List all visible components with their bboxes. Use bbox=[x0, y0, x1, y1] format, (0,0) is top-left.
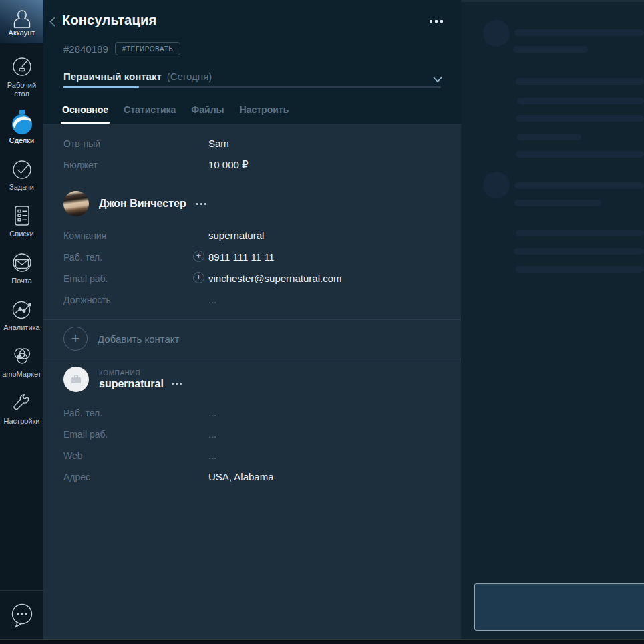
contact-name[interactable]: Джон Винчестер bbox=[99, 198, 186, 210]
deal-id: #2840189 bbox=[63, 43, 108, 55]
field-value[interactable]: ... bbox=[208, 294, 217, 305]
skeleton-line bbox=[513, 46, 588, 53]
field-value[interactable]: USA, Alabama bbox=[208, 471, 274, 482]
sidebar-item-dashboard[interactable]: Рабочий стол bbox=[0, 49, 43, 104]
sidebar-item-tasks[interactable]: Задачи bbox=[0, 151, 43, 198]
contact-menu-icon[interactable] bbox=[196, 203, 206, 205]
skeleton-line bbox=[517, 134, 581, 140]
skeleton-avatar bbox=[483, 20, 510, 47]
deal-menu-icon[interactable] bbox=[430, 20, 443, 23]
field-value[interactable]: ... bbox=[208, 407, 217, 418]
field-value[interactable]: ... bbox=[208, 450, 217, 461]
dashboard-icon bbox=[10, 54, 34, 79]
tag-button[interactable]: #ТЕГИРОВАТЬ bbox=[115, 42, 181, 55]
company-header[interactable]: КОМПАНИЯ supernatural bbox=[63, 367, 182, 392]
skeleton-line bbox=[516, 78, 644, 85]
sidebar-item-deals[interactable]: Сделки bbox=[0, 104, 43, 151]
chat-bubble-icon bbox=[9, 601, 35, 629]
add-contact-button[interactable]: + Добавить контакт bbox=[63, 327, 179, 351]
skeleton-line bbox=[516, 151, 644, 158]
sidebar-item-lists[interactable]: Списки bbox=[0, 198, 43, 245]
field-value[interactable]: Sam bbox=[208, 138, 229, 149]
support-chat-button[interactable] bbox=[0, 591, 43, 644]
field-value[interactable]: vinchester@supernatural.com bbox=[208, 273, 341, 284]
sidebar-nav: Рабочий стол Сделки Задачи bbox=[0, 49, 43, 432]
skeleton-line bbox=[514, 200, 601, 206]
sidebar: Аккаунт Рабочий стол Сделки bbox=[0, 0, 43, 644]
field-row[interactable]: Отв-ный Sam bbox=[63, 133, 461, 154]
field-label: Отв-ный bbox=[63, 138, 100, 149]
mail-icon bbox=[10, 250, 34, 275]
pipeline-stage-row[interactable]: Первичный контакт (Сегодня) bbox=[63, 71, 212, 82]
field-label: Раб. тел. bbox=[63, 408, 102, 418]
field-row[interactable]: Email раб. ... bbox=[63, 424, 461, 445]
skeleton-line bbox=[514, 248, 644, 255]
sidebar-item-analytics[interactable]: Аналитика bbox=[0, 291, 43, 338]
analytics-icon bbox=[10, 297, 34, 322]
briefcase-icon bbox=[71, 375, 82, 384]
field-label: Компания bbox=[63, 230, 106, 241]
tab-files[interactable]: Файлы bbox=[191, 102, 224, 123]
company-avatar[interactable] bbox=[63, 367, 89, 392]
back-icon[interactable] bbox=[49, 17, 55, 29]
field-row[interactable]: Email раб. + vinchester@supernatural.com bbox=[63, 268, 461, 289]
settings-icon bbox=[10, 390, 34, 416]
add-phone-icon[interactable]: + bbox=[193, 251, 204, 262]
field-value[interactable]: 8911 111 11 11 bbox=[208, 251, 275, 263]
field-label: Адрес bbox=[63, 472, 90, 482]
field-row[interactable]: Раб. тел. ... bbox=[63, 402, 461, 424]
field-value[interactable]: 10 000 ₽ bbox=[208, 159, 249, 171]
activity-feed-panel bbox=[461, 0, 644, 644]
field-row[interactable]: Бюджет 10 000 ₽ bbox=[63, 154, 461, 176]
field-label: Бюджет bbox=[63, 160, 98, 170]
sidebar-item-account[interactable]: Аккаунт bbox=[0, 0, 43, 43]
contact-avatar[interactable] bbox=[63, 191, 89, 216]
field-row[interactable]: Раб. тел. + 8911 111 11 11 bbox=[63, 247, 461, 268]
market-icon bbox=[10, 343, 34, 369]
user-silhouette-icon bbox=[11, 9, 33, 30]
skeleton-line bbox=[517, 98, 644, 104]
field-label: Web bbox=[63, 450, 83, 461]
stage-progress-fill bbox=[63, 86, 139, 88]
sidebar-spacer bbox=[0, 432, 43, 590]
company-name[interactable]: supernatural bbox=[99, 378, 164, 390]
tab-setup[interactable]: Настроить bbox=[240, 102, 289, 123]
add-contact-label: Добавить контакт bbox=[98, 333, 179, 345]
field-label: Раб. тел. bbox=[63, 252, 102, 263]
company-menu-icon[interactable] bbox=[172, 383, 182, 385]
deal-tabs: Основное Статистика Файлы Настроить bbox=[62, 102, 289, 123]
skeleton-avatar bbox=[483, 172, 510, 198]
divider bbox=[43, 319, 461, 320]
contact-header[interactable]: Джон Винчестер bbox=[63, 191, 206, 216]
divider bbox=[43, 359, 461, 359]
note-input[interactable] bbox=[474, 583, 644, 631]
chevron-down-icon[interactable] bbox=[433, 73, 442, 86]
field-row[interactable]: Адрес USA, Alabama bbox=[63, 466, 461, 488]
tab-statistics[interactable]: Статистика bbox=[124, 102, 176, 123]
add-email-icon[interactable]: + bbox=[193, 272, 204, 283]
skeleton-line bbox=[514, 29, 644, 36]
field-value[interactable]: ... bbox=[208, 428, 217, 440]
field-label: Email раб. bbox=[63, 429, 108, 440]
bottom-edge-bar bbox=[0, 639, 644, 644]
sidebar-item-mail[interactable]: Почта bbox=[0, 245, 43, 291]
company-type-label: КОМПАНИЯ bbox=[99, 369, 182, 377]
field-row[interactable]: Web ... bbox=[63, 445, 461, 466]
field-value[interactable]: supernatural bbox=[208, 230, 264, 241]
skeleton-line bbox=[516, 115, 644, 122]
tab-main[interactable]: Основное bbox=[62, 102, 108, 123]
stage-date: (Сегодня) bbox=[167, 71, 212, 82]
field-label: Email раб. bbox=[63, 273, 108, 284]
lists-icon bbox=[10, 203, 34, 228]
skeleton-line bbox=[514, 182, 644, 189]
sidebar-item-market[interactable]: amoМаркет bbox=[0, 338, 43, 385]
plus-circle-icon: + bbox=[63, 327, 88, 351]
deal-id-row: #2840189 #ТЕГИРОВАТЬ bbox=[63, 42, 180, 55]
skeleton-line bbox=[516, 266, 644, 273]
field-row[interactable]: Должность ... bbox=[63, 289, 461, 311]
sidebar-item-label: Аккаунт bbox=[9, 29, 35, 37]
stage-name: Первичный контакт bbox=[63, 71, 162, 82]
sidebar-item-settings[interactable]: Настройки bbox=[0, 385, 43, 432]
deal-card-panel: Консультация #2840189 #ТЕГИРОВАТЬ Первич… bbox=[43, 0, 461, 644]
field-row[interactable]: Компания supernatural bbox=[63, 225, 461, 247]
